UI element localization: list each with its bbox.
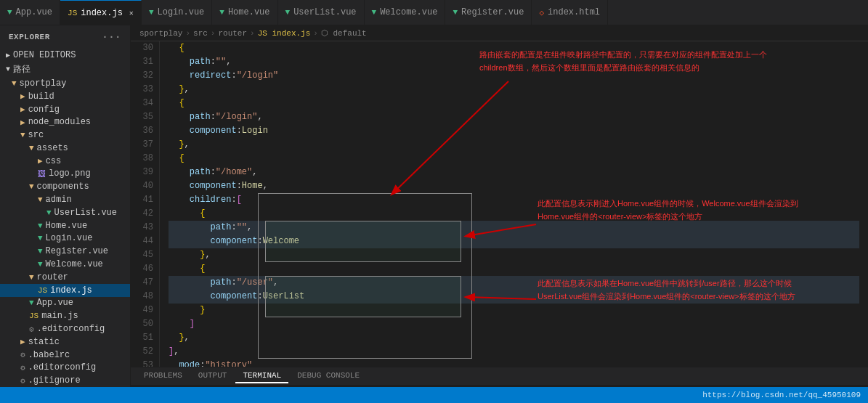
- tree-welcome-vue[interactable]: ▼ Welcome.vue: [0, 258, 130, 271]
- tree-main-js[interactable]: JS main.js: [0, 309, 130, 322]
- vue-file-icon: ▼: [38, 221, 43, 230]
- annotation-3: 此配置信息表示如果在Home.vue组件中跳转到/user路径，那么这个时候Us…: [538, 277, 828, 303]
- vue-icon: ▼: [372, 8, 377, 17]
- tree-components[interactable]: ▼ components: [0, 180, 130, 193]
- tab-app-vue[interactable]: ▼ App.vue: [0, 0, 60, 25]
- folder-icon: ▼: [12, 79, 17, 88]
- chevron-right-icon: ▶: [6, 51, 10, 60]
- folder-icon: ▶: [20, 105, 25, 114]
- vue-file-icon: ▼: [38, 260, 43, 269]
- vue-icon: ▼: [219, 8, 224, 17]
- sidebar-title: EXPLORER ···: [0, 25, 130, 49]
- tree-build[interactable]: ▶ build: [0, 90, 130, 103]
- folder-icon: ▼: [29, 144, 34, 152]
- tab-userlist-vue[interactable]: ▼ UserList.vue: [278, 0, 365, 25]
- tree-home-vue[interactable]: ▼ Home.vue: [0, 219, 130, 232]
- tree-userlist-vue[interactable]: ▼ UserList.vue: [0, 206, 130, 219]
- tab-index-js[interactable]: JS index.js ✕: [60, 0, 142, 25]
- code-editor[interactable]: 3031323334 3536373839 4041424344 4546474…: [131, 41, 868, 367]
- status-right: https://blog.csdn.net/qq_45950109: [702, 391, 861, 399]
- line-numbers: 3031323334 3536373839 4041424344 4546474…: [131, 41, 160, 367]
- folder-icon: ▶: [38, 156, 43, 166]
- vue-icon: ▼: [285, 8, 291, 17]
- tree-static[interactable]: ▶ static: [0, 335, 130, 349]
- tree-gitignore[interactable]: ⚙ .gitignore: [0, 374, 130, 387]
- tab-login-vue[interactable]: ▼ Login.vue: [142, 0, 212, 25]
- vue-file-icon: ▼: [29, 298, 34, 307]
- tree-logo[interactable]: 🖼 logo.png: [0, 168, 130, 181]
- tab-debug-console[interactable]: DEBUG CONSOLE: [290, 369, 367, 383]
- close-icon[interactable]: ✕: [129, 9, 134, 17]
- folder-icon: ▼: [29, 273, 34, 282]
- tab-output[interactable]: OUTPUT: [191, 369, 235, 383]
- tree-register-vue[interactable]: ▼ Register.vue: [0, 245, 130, 258]
- folder-icon: ▶: [20, 91, 25, 101]
- js-icon: JS: [68, 9, 77, 17]
- tree-router[interactable]: ▼ router: [0, 271, 130, 284]
- folder-icon: ▼: [38, 195, 43, 204]
- vue-file-icon: ▼: [46, 208, 52, 217]
- tree-index-js[interactable]: JS index.js: [0, 284, 130, 297]
- tab-home-vue[interactable]: ▼ Home.vue: [212, 0, 277, 25]
- tree-config[interactable]: ▶ config: [0, 103, 130, 116]
- tree-sportplay[interactable]: ▼ sportplay: [0, 77, 130, 90]
- folder-icon: ▶: [20, 118, 25, 127]
- vue-file-icon: ▼: [38, 234, 43, 243]
- file-icon: ⚙: [20, 376, 25, 386]
- annotation-2: 此配置信息表示刚进入Home.vue组件的时候，Welcome.vue组件会渲染…: [538, 198, 814, 223]
- tab-bar: ▼ App.vue JS index.js ✕ ▼ Login.vue ▼ Ho…: [0, 0, 868, 25]
- js-file-icon: JS: [38, 286, 47, 295]
- tree-src[interactable]: ▼ src: [0, 129, 130, 142]
- image-icon: 🖼: [38, 169, 46, 179]
- tab-problems[interactable]: PROBLEMS: [137, 369, 190, 383]
- folder-icon: ▼: [20, 131, 25, 139]
- tree-editorconfig[interactable]: ⚙ .editorconfig: [0, 362, 130, 375]
- tree-assets[interactable]: ▼ assets: [0, 142, 130, 155]
- file-icon: ⚙: [20, 350, 25, 359]
- file-icon: ⚙: [20, 363, 25, 373]
- file-icon: ⚙: [29, 325, 34, 334]
- main-layout: EXPLORER ··· ▶ OPEN EDITORS ▼ 路径 ▼ sport…: [0, 25, 868, 387]
- vue-file-icon: ▼: [38, 247, 43, 256]
- js-file-icon: JS: [29, 312, 38, 320]
- html-icon: ◇: [539, 8, 544, 17]
- tree-babelrc[interactable]: ⚙ .babelrc: [0, 349, 130, 362]
- tree-admin[interactable]: ▼ admin: [0, 193, 130, 206]
- tree-css[interactable]: ▶ css: [0, 155, 130, 168]
- tree-editorconfig-src[interactable]: ⚙ .editorconfig: [0, 322, 130, 335]
- right-content: sportplay › src › router › JS index.js ›…: [131, 25, 868, 387]
- tree-node_modules[interactable]: ▶ node_modules: [0, 115, 130, 129]
- root-section[interactable]: ▼ 路径: [0, 62, 130, 77]
- tab-welcome-vue[interactable]: ▼ Welcome.vue: [365, 0, 446, 25]
- folder-icon: ▶: [20, 337, 25, 346]
- vue-icon: ▼: [149, 8, 154, 17]
- status-bar: https://blog.csdn.net/qq_45950109: [0, 387, 868, 403]
- folder-icon: ▼: [29, 182, 34, 191]
- tab-terminal[interactable]: TERMINAL: [235, 369, 288, 383]
- bottom-tabs: PROBLEMS OUTPUT TERMINAL DEBUG CONSOLE: [131, 367, 868, 385]
- tree-login-vue[interactable]: ▼ Login.vue: [0, 232, 130, 245]
- sidebar: EXPLORER ··· ▶ OPEN EDITORS ▼ 路径 ▼ sport…: [0, 25, 131, 387]
- chevron-down-icon: ▼: [6, 65, 10, 73]
- annotation-1: 路由嵌套的配置是在组件映射路径中配置的，只需要在对应的组件配置处加上一个chil…: [479, 49, 792, 74]
- open-editors-section[interactable]: ▶ OPEN EDITORS: [0, 49, 130, 62]
- sidebar-menu-button[interactable]: ···: [102, 31, 121, 43]
- vue-icon: ▼: [453, 8, 458, 17]
- tree-app-vue[interactable]: ▼ App.vue: [0, 297, 130, 310]
- breadcrumb: sportplay › src › router › JS index.js ›…: [131, 25, 868, 41]
- tab-index-html[interactable]: ◇ index.html: [532, 0, 608, 25]
- tab-register-vue[interactable]: ▼ Register.vue: [445, 0, 532, 25]
- vue-icon: ▼: [7, 8, 12, 17]
